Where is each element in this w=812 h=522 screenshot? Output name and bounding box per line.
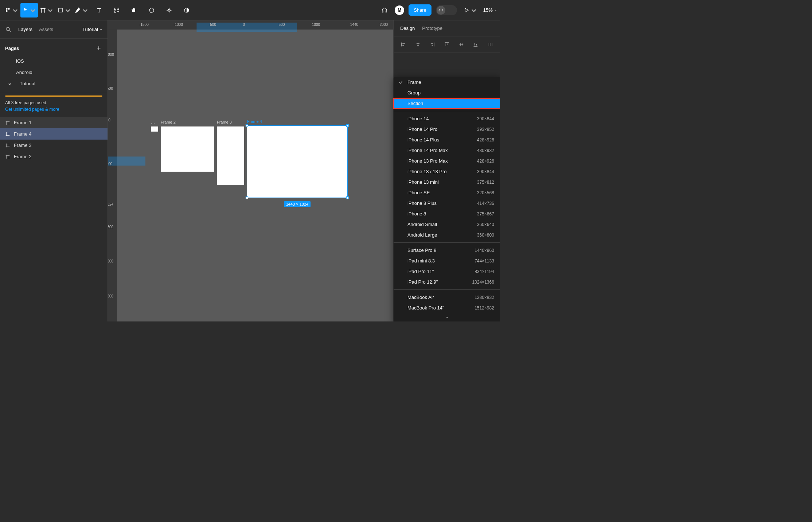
preset-name: Android Large — [407, 232, 437, 238]
dd-item-group[interactable]: Group — [394, 87, 500, 98]
align-right[interactable] — [427, 40, 438, 49]
canvas[interactable]: -1500 -1000 -500 0 500 1000 1440 2000 -1… — [108, 20, 393, 322]
preset-dim: 834×1194 — [475, 269, 494, 274]
frame-3[interactable]: Frame 3 — [217, 126, 244, 185]
align-top[interactable] — [441, 40, 452, 49]
voice-button[interactable] — [379, 3, 390, 17]
align-center-h[interactable] — [413, 40, 423, 49]
resize-handle-se[interactable] — [346, 196, 349, 199]
pen-tool[interactable] — [73, 3, 90, 17]
resize-handle-nw[interactable] — [246, 124, 248, 127]
tidy-up[interactable] — [485, 40, 496, 49]
dd-more[interactable] — [394, 313, 500, 322]
dd-preset-item[interactable]: Android Small360×640 — [394, 219, 500, 230]
preset-dim: 390×844 — [477, 116, 494, 121]
dd-preset-item[interactable]: iPhone 14 Pro Max430×932 — [394, 145, 500, 156]
frame-4[interactable]: Frame 4 1440 × 1024 — [247, 126, 347, 198]
layer-frame-4[interactable]: Frame 4 — [0, 128, 108, 140]
search-icon[interactable] — [5, 26, 12, 32]
dd-preset-item[interactable]: iPad Pro 11"834×1194 — [394, 266, 500, 277]
frame-2[interactable]: Frame 2 — [161, 126, 214, 172]
svg-point-8 — [6, 27, 9, 30]
chevron-down-icon — [445, 316, 449, 319]
shape-tool[interactable] — [55, 3, 73, 17]
ai-tool[interactable] — [163, 3, 175, 17]
layer-frame-1[interactable]: Frame 1 — [0, 117, 108, 128]
dd-preset-item[interactable]: iPhone 13 / 13 Pro390×844 — [394, 166, 500, 177]
dd-label: Section — [407, 101, 423, 106]
hand-tool[interactable] — [125, 3, 143, 17]
move-tool[interactable] — [20, 3, 38, 17]
preset-dim: 430×932 — [477, 148, 494, 153]
dd-preset-item[interactable]: Surface Pro 81440×960 — [394, 245, 500, 256]
check-icon — [399, 80, 403, 84]
preset-name: iPhone 8 Plus — [407, 200, 437, 206]
notice-link[interactable]: Get unlimited pages & more — [5, 107, 59, 112]
tab-prototype[interactable]: Prototype — [422, 26, 442, 31]
tab-design[interactable]: Design — [400, 26, 415, 31]
tab-layers[interactable]: Layers — [18, 27, 32, 32]
half-moon-icon — [183, 7, 190, 13]
preset-dim: 360×800 — [477, 232, 494, 237]
preset-name: MacBook Air — [407, 295, 434, 300]
frame-label: Frame 3 — [217, 120, 232, 124]
dd-preset-item[interactable]: iPhone 14 Pro393×852 — [394, 124, 500, 135]
preset-dim: 428×926 — [477, 137, 494, 142]
text-tool[interactable] — [90, 3, 108, 17]
page-item-tutorial[interactable]: Tutorial — [5, 78, 102, 89]
ruler-vertical: -1000 -500 0 500 1024 1500 2000 2500 — [108, 30, 117, 322]
theme-toggle[interactable] — [181, 3, 192, 17]
page-label: Tutorial — [20, 81, 35, 86]
dev-mode-toggle[interactable] — [436, 5, 457, 15]
preset-name: iPhone 14 Plus — [407, 137, 439, 143]
figma-menu[interactable] — [3, 3, 20, 17]
dd-preset-item[interactable]: MacBook Pro 14"1512×982 — [394, 303, 500, 313]
ruler-selection-v — [108, 156, 145, 165]
page-item-ios[interactable]: iOS — [5, 55, 102, 67]
frame-1[interactable]: … — [151, 126, 158, 132]
share-button[interactable]: Share — [409, 4, 432, 16]
add-page-button[interactable] — [95, 44, 102, 52]
layer-frame-3[interactable]: Frame 3 — [0, 140, 108, 151]
preset-dim: 390×844 — [477, 169, 494, 174]
dd-preset-item[interactable]: iPhone 14 Plus428×926 — [394, 135, 500, 145]
dd-preset-item[interactable]: Android Large360×800 — [394, 230, 500, 240]
align-bottom[interactable] — [470, 40, 481, 49]
dd-preset-item[interactable]: iPad mini 8.3744×1133 — [394, 256, 500, 266]
preset-name: iPhone 13 / 13 Pro — [407, 169, 447, 174]
dd-preset-item[interactable]: iPhone 13 Pro Max428×926 — [394, 156, 500, 166]
toolbar: M Share 15% — [0, 0, 500, 20]
dd-item-frame[interactable]: Frame — [394, 77, 500, 87]
resize-handle-ne[interactable] — [346, 124, 349, 127]
present-button[interactable] — [461, 3, 479, 17]
svg-rect-5 — [117, 8, 118, 9]
frame-tool[interactable] — [38, 3, 55, 17]
page-item-android[interactable]: Android — [5, 67, 102, 78]
zoom-level[interactable]: 15% — [483, 7, 497, 13]
dd-preset-item[interactable]: MacBook Air1280×832 — [394, 292, 500, 303]
preset-dim: 320×568 — [477, 190, 494, 195]
comment-tool[interactable] — [143, 3, 160, 17]
layer-frame-2[interactable]: Frame 2 — [0, 151, 108, 162]
dd-preset-item[interactable]: iPad Pro 12.9"1024×1366 — [394, 277, 500, 287]
dd-preset-item[interactable]: iPhone SE320×568 — [394, 187, 500, 198]
dd-item-section[interactable]: Section — [394, 98, 500, 109]
avatar[interactable]: M — [395, 5, 404, 15]
preset-name: iPhone SE — [407, 190, 430, 195]
align-center-v[interactable] — [456, 40, 466, 49]
dd-preset-item[interactable]: iPhone 8 Plus414×736 — [394, 198, 500, 209]
resize-handle-sw[interactable] — [246, 196, 248, 199]
dd-label: Frame — [407, 79, 421, 85]
tab-assets[interactable]: Assets — [39, 27, 53, 32]
dd-label: Group — [407, 90, 421, 96]
dd-preset-item[interactable]: iPhone 14390×844 — [394, 113, 500, 124]
dd-preset-item[interactable]: iPhone 13 mini375×812 — [394, 177, 500, 187]
resources-tool[interactable] — [108, 3, 125, 17]
resources-icon — [113, 7, 120, 13]
file-dropdown[interactable]: Tutorial — [82, 27, 102, 32]
preset-dim: 1440×960 — [475, 248, 494, 253]
preset-dim: 744×1133 — [475, 258, 494, 263]
svg-rect-2 — [8, 8, 9, 9]
dd-preset-item[interactable]: iPhone 8375×667 — [394, 209, 500, 219]
align-left[interactable] — [398, 40, 409, 49]
